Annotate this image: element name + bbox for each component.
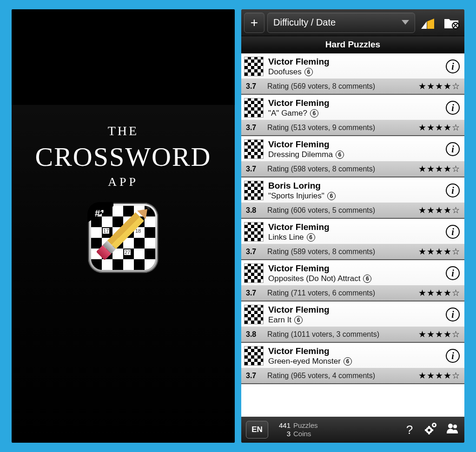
info-button[interactable]: i xyxy=(446,142,460,156)
title-line-crossword: CROSSWORD xyxy=(35,141,212,172)
app-title: THE CROSSWORD APP xyxy=(35,124,212,189)
rating-text: Rating (513 voters, 9 comments) xyxy=(267,124,413,132)
puzzle-author: Victor Fleming xyxy=(268,346,441,356)
puzzle-title: Green-eyed Monster xyxy=(268,357,341,366)
star-icon: ★ xyxy=(443,81,451,92)
puzzle-row[interactable]: Boris Loring "Sports Injuries" 6 i 3.8 R… xyxy=(241,177,464,219)
puzzle-list[interactable]: Victor Fleming Doofuses 6 i 3.7 Rating (… xyxy=(241,53,464,417)
star-icon: ☆ xyxy=(452,288,460,298)
puzzle-author: Victor Fleming xyxy=(268,222,441,232)
puzzle-thumbnail xyxy=(244,346,264,366)
svg-marker-1 xyxy=(427,19,434,29)
folder-delete-button[interactable] xyxy=(441,13,462,33)
star-icon: ★ xyxy=(443,205,451,216)
grid-number: 27 xyxy=(124,249,131,255)
svg-point-6 xyxy=(428,429,430,432)
rating-score: 3.7 xyxy=(246,82,262,91)
star-icon: ☆ xyxy=(452,205,460,216)
info-button[interactable]: i xyxy=(446,349,460,363)
star-icon: ★ xyxy=(427,370,435,381)
pencil-icon xyxy=(95,206,150,261)
filter-button[interactable] xyxy=(418,13,438,33)
puzzle-title: Earn It xyxy=(268,315,291,325)
svg-rect-7 xyxy=(428,426,430,428)
puzzle-row[interactable]: Victor Fleming Green-eyed Monster 6 i 3.… xyxy=(241,343,464,384)
svg-point-13 xyxy=(448,424,453,428)
help-button[interactable]: ? xyxy=(402,423,417,437)
profile-button[interactable] xyxy=(445,422,460,438)
puzzles-count: 441 xyxy=(275,421,291,430)
svg-marker-0 xyxy=(421,21,427,29)
star-icon: ★ xyxy=(427,122,435,133)
puzzle-row[interactable]: Victor Fleming Doofuses 6 i 3.7 Rating (… xyxy=(241,53,464,95)
info-button[interactable]: i xyxy=(446,225,460,239)
puzzle-title: "Sports Injuries" xyxy=(268,191,324,201)
puzzle-author: Victor Fleming xyxy=(268,139,441,150)
star-icon: ★ xyxy=(427,81,435,92)
rating-score: 3.7 xyxy=(246,124,262,132)
svg-point-12 xyxy=(433,424,435,426)
rating-stars: ★★★★☆ xyxy=(418,164,460,174)
gear-icon xyxy=(425,422,437,434)
language-button[interactable]: EN xyxy=(246,421,268,439)
svg-point-14 xyxy=(453,425,457,428)
star-icon: ★ xyxy=(443,329,451,340)
rating-text: Rating (1011 voters, 3 comments) xyxy=(267,330,413,339)
puzzle-thumbnail xyxy=(244,305,264,324)
star-icon: ☆ xyxy=(452,164,460,174)
puzzle-row[interactable]: Victor Fleming Earn It 6 i 3.8 Rating (1… xyxy=(241,301,464,343)
puzzle-thumbnail xyxy=(244,139,264,159)
puzzle-author: Boris Loring xyxy=(268,181,441,191)
star-icon: ★ xyxy=(418,288,426,298)
rating-text: Rating (589 voters, 8 comments) xyxy=(267,248,413,256)
puzzle-author: Victor Fleming xyxy=(268,263,441,274)
rating-text: Rating (606 voters, 5 comments) xyxy=(267,206,413,215)
puzzle-title: Opposites (Do Not) Attract xyxy=(268,274,360,283)
puzzle-title: Doofuses xyxy=(268,67,302,77)
puzzle-author: Victor Fleming xyxy=(268,57,441,67)
info-button[interactable]: i xyxy=(446,101,460,115)
cost-badge: 6 xyxy=(327,192,336,200)
rating-stars: ★★★★☆ xyxy=(418,205,460,216)
folder-x-icon xyxy=(443,16,459,29)
add-button[interactable]: + xyxy=(244,13,264,33)
puzzle-row[interactable]: Victor Fleming Links Line 6 i 3.7 Rating… xyxy=(241,219,464,260)
star-icon: ★ xyxy=(418,205,426,216)
star-icon: ★ xyxy=(435,205,443,216)
star-icon: ★ xyxy=(443,288,451,298)
title-line-app: APP xyxy=(35,175,212,189)
rating-score: 3.7 xyxy=(246,289,262,297)
puzzle-thumbnail xyxy=(244,222,264,242)
star-icon: ★ xyxy=(443,246,451,257)
rating-text: Rating (711 voters, 6 comments) xyxy=(267,289,413,297)
star-icon: ☆ xyxy=(452,246,460,257)
section-header: Hard Puzzles xyxy=(241,36,464,53)
cost-badge: 6 xyxy=(304,68,313,76)
star-icon: ★ xyxy=(427,246,435,257)
splash-screen: THE CROSSWORD APP #1 17 18 27 xyxy=(12,9,235,443)
rating-stars: ★★★★☆ xyxy=(418,288,460,298)
rating-score: 3.8 xyxy=(246,330,262,339)
info-button[interactable]: i xyxy=(446,266,460,280)
star-icon: ★ xyxy=(435,370,443,381)
rating-score: 3.8 xyxy=(246,206,262,215)
rating-stars: ★★★★☆ xyxy=(418,370,460,381)
cost-badge: 6 xyxy=(307,233,315,242)
star-icon: ☆ xyxy=(452,81,460,92)
star-icon: ★ xyxy=(443,370,451,381)
app-icon: #1 17 18 27 xyxy=(88,203,158,273)
info-button[interactable]: i xyxy=(446,183,460,197)
puzzle-list-screen: + Difficulty / Date Hard Puzzles Victo xyxy=(241,9,464,443)
info-button[interactable]: i xyxy=(446,59,460,73)
puzzle-row[interactable]: Victor Fleming Opposites (Do Not) Attrac… xyxy=(241,260,464,301)
settings-button[interactable] xyxy=(423,422,438,438)
puzzle-row[interactable]: Victor Fleming "A" Game? 6 i 3.7 Rating … xyxy=(241,95,464,136)
coins-count: 3 xyxy=(275,430,291,438)
sort-dropdown[interactable]: Difficulty / Date xyxy=(267,13,415,33)
star-icon: ★ xyxy=(435,122,443,133)
info-button[interactable]: i xyxy=(446,308,460,321)
top-toolbar: + Difficulty / Date xyxy=(241,9,464,36)
puzzle-row[interactable]: Victor Fleming Dressing Dilemma 6 i 3.7 … xyxy=(241,136,464,177)
svg-rect-10 xyxy=(431,429,433,431)
people-icon xyxy=(446,422,459,434)
